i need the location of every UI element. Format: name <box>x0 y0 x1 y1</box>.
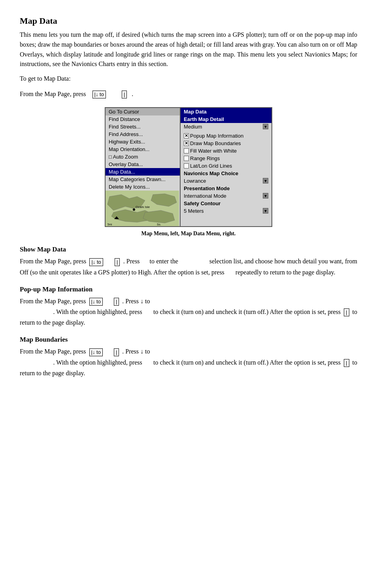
menu-item-medium[interactable]: Medium ▼ <box>181 123 271 130</box>
svg-text:Ozark Isle: Ozark Isle <box>136 205 150 209</box>
fill-water-checkbox[interactable] <box>184 148 189 153</box>
menu-screenshot: Go To Cursor Find Distance Find Streets.… <box>20 107 357 227</box>
intro-paragraph: This menu lets you turn the map off, if … <box>20 30 357 69</box>
5-meters-dropdown-arrow[interactable]: ▼ <box>263 208 268 214</box>
menu-item-overlay-data[interactable]: Overlay Data... <box>106 161 180 168</box>
lat-lon-grid-label: Lat/Lon Grid Lines <box>190 163 232 169</box>
section-body-map-boundaries: From the Map Page, press |↓ to | . Press… <box>20 346 357 378</box>
menu-item-range-rings[interactable]: Range Rings <box>181 155 271 162</box>
nav-pipe-symbol: | <box>122 91 127 98</box>
draw-map-boundaries-checkbox[interactable] <box>184 141 189 146</box>
range-rings-label: Range Rings <box>190 155 220 161</box>
5-meters-label: 5 Meters <box>184 208 204 214</box>
menu-item-map-data[interactable]: Map Data... <box>106 168 180 176</box>
menu-item-earth-map-detail[interactable]: Earth Map Detail <box>181 115 271 123</box>
menu-item-highway-exits[interactable]: Highway Exits... <box>106 138 180 146</box>
svg-text:So.: So. <box>157 223 161 226</box>
menu-item-international-mode[interactable]: International Mode ▼ <box>181 192 271 200</box>
fill-water-label: Fill Water with White <box>190 148 237 154</box>
menu-item-safety-contour[interactable]: Safety Contour <box>181 200 271 207</box>
menu-item-delete-icons[interactable]: Delete My Icons... <box>106 183 180 191</box>
lowrance-dropdown-arrow[interactable]: ▼ <box>263 178 268 183</box>
international-mode-dropdown-arrow[interactable]: ▼ <box>263 193 268 199</box>
section-body-show-map-data: From the Map Page, press |↓ to | . Press… <box>20 256 357 277</box>
popup-pipe2: | <box>344 308 349 316</box>
menu-item-draw-map-boundaries[interactable]: Draw Map Boundaries <box>181 140 271 147</box>
menu-item-navionics-map-choice[interactable]: Navionics Map Choice <box>181 170 271 177</box>
popup-map-info-label: Popup Map Information <box>190 133 243 139</box>
nav-from-text: From the Map Page, press <box>20 91 86 97</box>
popup-map-info-checkbox[interactable] <box>184 133 189 138</box>
menu-caption: Map Menu, left, Map Data Menu, right. <box>20 229 357 238</box>
section-body-popup-map-info: From the Map Page, press |↓ to | . Press… <box>20 296 357 328</box>
nav-instruction-2: From the Map Page, press |↓ to | . <box>20 89 357 100</box>
section-title-popup-map-info: Pop-up Map Information <box>20 285 357 293</box>
menu-item-presentation-mode[interactable]: Presentation Mode <box>181 185 271 192</box>
menu-left: Go To Cursor Find Distance Find Streets.… <box>106 108 181 226</box>
section-title-show-map-data: Show Map Data <box>20 246 357 253</box>
menu-item-go-to-cursor[interactable]: Go To Cursor <box>106 108 180 115</box>
boundaries-pipe2: | <box>344 359 349 367</box>
draw-map-boundaries-label: Draw Map Boundaries <box>190 140 241 146</box>
medium-dropdown-arrow[interactable]: ▼ <box>263 124 268 129</box>
menu-right-header: Map Data <box>181 108 271 115</box>
menu-item-popup-map-info[interactable]: Popup Map Information <box>181 132 271 140</box>
menu-item-map-categories[interactable]: Map Categories Drawn... <box>106 176 180 183</box>
menu-item-find-address[interactable]: Find Address... <box>106 130 180 138</box>
nav-key-symbol: |↓ to <box>92 91 106 98</box>
boundaries-key1: |↓ to <box>89 348 103 356</box>
popup-pipe1: | <box>114 298 119 306</box>
lowrance-label: Lowrance <box>184 178 206 184</box>
menu-right: Map Data Earth Map Detail Medium ▼ Popup… <box>181 108 271 226</box>
popup-key1: |↓ to <box>89 298 103 306</box>
international-mode-label: International Mode <box>184 193 226 199</box>
menu-item-5-meters[interactable]: 5 Meters ▼ <box>181 207 271 215</box>
nav-instruction-1: To get to Map Data: <box>20 73 357 85</box>
menu-item-lowrance[interactable]: Lowrance ▼ <box>181 177 271 185</box>
menu-container: Go To Cursor Find Distance Find Streets.… <box>105 107 272 227</box>
page-title: Map Data <box>20 16 357 26</box>
svg-point-5 <box>133 208 135 211</box>
nav-dot: . <box>132 91 133 97</box>
map-image: Ozark Isle 5mi So. <box>106 191 179 226</box>
range-rings-checkbox[interactable] <box>184 156 189 161</box>
svg-text:5mi: 5mi <box>107 223 112 226</box>
menu-item-lat-lon-grid[interactable]: Lat/Lon Grid Lines <box>181 162 271 170</box>
menu-item-find-distance[interactable]: Find Distance <box>106 115 180 123</box>
menu-item-map-orientation[interactable]: Map Orientation... <box>106 146 180 153</box>
show-map-pipe1: | <box>115 258 120 266</box>
menu-item-find-streets[interactable]: Find Streets... <box>106 123 180 130</box>
nav-to-text: To get to Map Data: <box>20 75 71 82</box>
section-title-map-boundaries: Map Boundaries <box>20 336 357 344</box>
menu-item-auto-zoom[interactable]: □ Auto Zoom <box>106 153 180 161</box>
show-map-key1: |↓ to <box>89 258 103 266</box>
medium-label: Medium <box>184 124 202 130</box>
boundaries-pipe1: | <box>114 348 119 356</box>
menu-item-fill-water[interactable]: Fill Water with White <box>181 147 271 155</box>
lat-lon-grid-checkbox[interactable] <box>184 163 189 168</box>
